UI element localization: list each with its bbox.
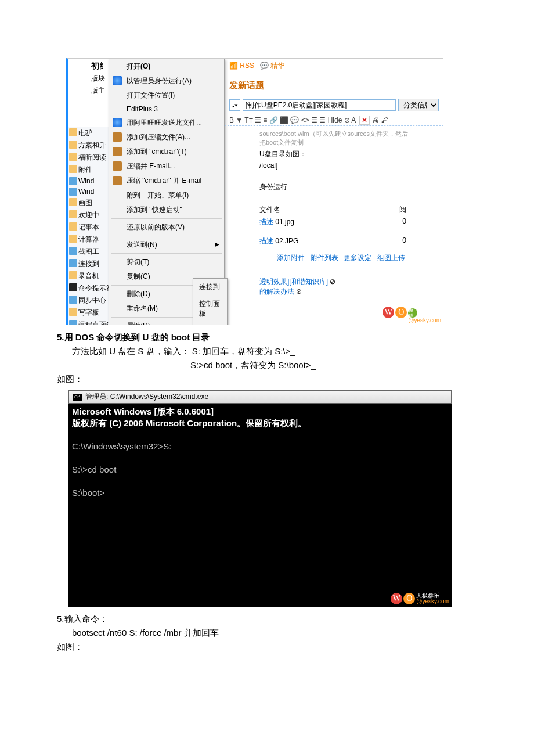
body-line: U盘目录如图： bbox=[259, 148, 409, 160]
start-menu-programs-list: 电驴 方案和升 福昕阅读 附件 Wind Wind 画图 欢迎中 记事本 计算器… bbox=[68, 127, 109, 325]
submenu-connect-to[interactable]: 连接到 bbox=[193, 279, 227, 296]
toolbar-print-icon[interactable]: 🖨 bbox=[372, 116, 379, 124]
body-line: /local] bbox=[259, 160, 409, 171]
file-row: 描述 02.JPG 0 bbox=[259, 235, 409, 247]
add-attachment-link[interactable]: 添加附件 bbox=[277, 254, 305, 262]
new-topic-heading: 发新话题 bbox=[225, 73, 443, 95]
toolbar-close-icon[interactable]: ✕ bbox=[359, 116, 370, 125]
cmd-title-text: 管理员: C:\Windows\System32\cmd.exe bbox=[85, 392, 208, 402]
menu-pin-start[interactable]: 附到「开始」菜单(I) bbox=[109, 188, 224, 203]
sidebar-item[interactable]: Wind bbox=[68, 176, 109, 186]
as-fig-label: 如图： bbox=[57, 373, 463, 386]
document-text: 5.输入命令： bootsect /nt60 S: /force /mbr 并加… bbox=[57, 613, 463, 653]
archive-icon bbox=[113, 161, 122, 171]
footer-link[interactable]: 的解决办法 bbox=[259, 287, 294, 296]
sidebar-item[interactable]: 同步中心 bbox=[68, 294, 109, 307]
menu-open-file-location[interactable]: 打开文件位置(I) bbox=[109, 88, 224, 103]
sidebar-item[interactable]: 欢迎中 bbox=[68, 209, 109, 221]
start-right-submenu: 连接到 控制面板 默认程序 bbox=[193, 278, 228, 325]
post-title-input[interactable] bbox=[243, 99, 396, 111]
post-category-select[interactable]: 分类信息 bbox=[398, 99, 439, 111]
forum-topbar: 📶 RSS 💬 精华 bbox=[225, 59, 443, 73]
as-fig-label2: 如图： bbox=[57, 640, 463, 653]
attachment-bar: 添加附件 附件列表 更多设定 组图上传 bbox=[225, 250, 443, 267]
post-header-row: 𝅘𝅥 ▾ 分类信息 bbox=[225, 95, 443, 115]
file-link[interactable]: 描述 bbox=[259, 237, 273, 245]
menu-aliwangwang-send[interactable]: 用阿里旺旺发送此文件... bbox=[109, 116, 224, 130]
cmd-line: S:\>cd boot bbox=[72, 465, 116, 474]
archive-icon bbox=[113, 176, 122, 185]
more-settings-link[interactable]: 更多设定 bbox=[344, 254, 371, 262]
sidebar-item[interactable]: 福昕阅读 bbox=[68, 152, 109, 164]
menu-send-to[interactable]: 发送到(N)▶ bbox=[109, 237, 224, 252]
cmd-console[interactable]: Microsoft Windows [版本 6.0.6001] 版权所有 (C)… bbox=[68, 404, 452, 607]
screenshot-cmd-window: C:\ 管理员: C:\Windows\System32\cmd.exe Mic… bbox=[68, 390, 452, 607]
menu-restore-versions[interactable]: 还原以前的版本(V) bbox=[109, 220, 224, 235]
submenu-arrow-icon: ▶ bbox=[215, 241, 219, 247]
left-pane: 初纟 版块 版主 电驴 方案和升 福昕阅读 附件 Wind Wind 画图 欢迎… bbox=[68, 59, 222, 325]
sidebar-item[interactable]: Wind bbox=[68, 186, 109, 197]
menu-open[interactable]: 打开(O) bbox=[109, 59, 224, 74]
font-select-icon[interactable]: 𝅘𝅥 ▾ bbox=[229, 99, 240, 111]
sidebar-item[interactable]: 录音机 bbox=[68, 270, 109, 282]
cmd-line: 版权所有 (C) 2006 Microsoft Corporation。保留所有… bbox=[72, 418, 306, 428]
sidebar-item[interactable]: 计算器 bbox=[68, 233, 109, 246]
footer-link[interactable]: 透明效果][和谐知识库] bbox=[259, 278, 328, 286]
cmd-line: S:\boot> bbox=[72, 488, 104, 498]
menu-separator bbox=[111, 253, 222, 254]
watermark-yesky: WO 天极群乐 @yesky.com bbox=[383, 301, 441, 323]
step-5-method2: S:>cd boot，盘符变为 S:\boot>_ bbox=[57, 359, 463, 372]
cmd-line: C:\Windows\system32>S: bbox=[72, 441, 171, 451]
sidebar-item[interactable]: 截图工 bbox=[68, 246, 109, 258]
shield-icon bbox=[113, 76, 122, 85]
menu-add-to-archive[interactable]: 添加到压缩文件(A)... bbox=[109, 130, 224, 145]
attachment-list-link[interactable]: 附件列表 bbox=[311, 254, 338, 262]
sidebar-item[interactable]: 记事本 bbox=[68, 221, 109, 233]
tip-line: sources\boot.wim（可以先建立sources文件夹，然后把boot… bbox=[259, 128, 409, 148]
sidebar-item[interactable]: 方案和升 bbox=[68, 139, 109, 152]
document-text: 5.用 DOS 命令切换到 U 盘的 boot 目录 方法比如 U 盘在 S 盘… bbox=[57, 331, 463, 386]
menu-add-quick-launch[interactable]: 添加到 "快速启动" bbox=[109, 203, 224, 217]
menu-cut[interactable]: 剪切(T) bbox=[109, 255, 224, 269]
sidebar-item-cmd[interactable]: 命令提示符 bbox=[68, 282, 109, 294]
body-line: 身份运行 bbox=[259, 181, 409, 193]
watermark-yesky: WO 天极群乐 @yesky.com bbox=[386, 581, 449, 604]
step-5-heading: 5.用 DOS 命令切换到 U 盘的 boot 目录 bbox=[57, 331, 463, 344]
table-header: 文件名阅 bbox=[259, 204, 409, 216]
menu-separator bbox=[111, 236, 222, 236]
essence-link[interactable]: 💬 精华 bbox=[260, 62, 284, 70]
step-5b-cmd: bootsect /nt60 S: /force /mbr 并加回车 bbox=[57, 627, 463, 639]
menu-separator bbox=[111, 218, 222, 219]
footer-links: 透明效果][和谐知识库] ⊘ 的解决办法 ⊘ bbox=[225, 267, 443, 299]
file-link[interactable]: 描述 bbox=[259, 218, 273, 226]
editor-toolbar[interactable]: B ▼ Tᴛ ☰ ≡ 🔗 ⬛ 💬 <> ☰ ☰ Hide ⊘ A ✕ 🖨 🖌 bbox=[225, 115, 443, 126]
archive-icon bbox=[113, 147, 122, 156]
step-5b-heading: 5.输入命令： bbox=[57, 613, 463, 625]
forum-editor-panel: 📶 RSS 💬 精华 发新话题 𝅘𝅥 ▾ 分类信息 B ▼ Tᴛ ☰ ≡ 🔗 ⬛… bbox=[225, 59, 443, 325]
menu-editplus[interactable]: EditPlus 3 bbox=[109, 103, 224, 116]
sidebar-item[interactable]: 电驴 bbox=[68, 127, 109, 139]
sidebar-item[interactable]: 附件 bbox=[68, 164, 109, 176]
group-upload-link[interactable]: 组图上传 bbox=[377, 254, 405, 262]
submenu-default-programs[interactable]: 默认程序 bbox=[193, 322, 227, 325]
sidebar-item[interactable]: 写字板 bbox=[68, 307, 109, 319]
submenu-control-panel[interactable]: 控制面板 bbox=[193, 296, 227, 322]
cmd-icon: C:\ bbox=[73, 394, 82, 401]
post-body[interactable]: sources\boot.wim（可以先建立sources文件夹，然后把boot… bbox=[225, 126, 443, 250]
menu-add-to-cmdrar[interactable]: 添加到 "cmd.rar"(T) bbox=[109, 145, 224, 159]
archive-icon bbox=[113, 132, 122, 142]
menu-run-as-admin[interactable]: 以管理员身份运行(A) bbox=[109, 74, 224, 88]
menu-compress-email[interactable]: 压缩并 E-mail... bbox=[109, 159, 224, 174]
toolbar-brush-icon[interactable]: 🖌 bbox=[381, 116, 388, 124]
sidebar-item[interactable]: 画图 bbox=[68, 197, 109, 209]
sidebar-item[interactable]: 远程桌面连接 bbox=[68, 319, 109, 325]
menu-compress-cmdrar-email[interactable]: 压缩 "cmd.rar" 并 E-mail bbox=[109, 174, 224, 188]
screenshot-windows-context-forum: 初纟 版块 版主 电驴 方案和升 福昕阅读 附件 Wind Wind 画图 欢迎… bbox=[66, 58, 443, 325]
step-5-method: 方法比如 U 盘在 S 盘，输入： S: 加回车，盘符变为 S:\>_ bbox=[57, 345, 463, 358]
sidebar-item[interactable]: 连接到 bbox=[68, 258, 109, 270]
cmd-titlebar: C:\ 管理员: C:\Windows\System32\cmd.exe bbox=[68, 390, 452, 404]
wangwang-icon bbox=[113, 118, 122, 127]
cmd-line: Microsoft Windows [版本 6.0.6001] bbox=[72, 406, 214, 416]
rss-link[interactable]: 📶 RSS bbox=[229, 62, 254, 70]
file-row: 描述 01.jpg 0 bbox=[259, 216, 409, 228]
